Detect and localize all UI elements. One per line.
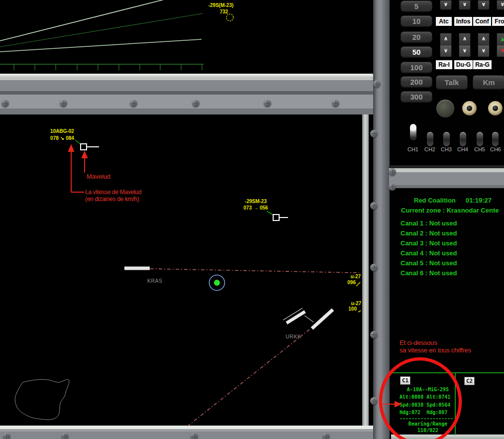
terrain-outline [15, 379, 69, 420]
screw [370, 331, 378, 338]
channel-switch-ch1[interactable] [410, 124, 416, 140]
bezel [0, 426, 373, 439]
current-zone-label: Current zone : Krasnodar Cente [401, 207, 504, 214]
divider-line [455, 372, 456, 435]
screw [322, 433, 330, 439]
track-symbol-circle[interactable] [226, 14, 233, 21]
altitude-readout: Alt:0808 Alt:0741 [400, 394, 450, 400]
channel-switch-ch3[interactable] [443, 132, 450, 146]
label-leader [267, 211, 273, 215]
spinner-down-button[interactable]: ∨ [440, 45, 451, 57]
canal-status: Canal 4 : Not used [401, 249, 457, 257]
range-scale-ticks [14, 64, 202, 70]
mode-label-dug[interactable]: Du-G [454, 60, 473, 70]
screw [192, 100, 200, 107]
screw [61, 433, 69, 439]
volume-knob[interactable] [436, 100, 454, 117]
track-symbol[interactable] [81, 144, 87, 150]
track-altitude: 100 [342, 306, 357, 312]
arrow-se-icon: ↘ [60, 135, 64, 141]
coalition-label: Red Coalition [414, 197, 456, 204]
mode-label-rag[interactable]: Ra-G [473, 60, 492, 70]
channel-label: CH6 [488, 146, 504, 152]
triangle-up-icon: ▲ [501, 36, 504, 41]
range-button-200[interactable]: 200 [401, 76, 432, 88]
track-tick [358, 311, 361, 312]
glide-line-dark [0, 13, 203, 47]
spinner-down-button[interactable]: ∨ [478, 45, 489, 57]
spinner-tune: ▲ ▼ [497, 33, 504, 57]
track-speed-readout: 078↘084 [46, 135, 79, 141]
mode-label-rai[interactable]: Ra-I [435, 60, 453, 70]
dropdown-button-atc[interactable]: ∨ [440, 0, 452, 10]
atc-button[interactable]: Atc [435, 16, 452, 26]
taxiway [304, 316, 313, 322]
chevron-up-icon: ∧ [444, 35, 448, 42]
chevron-down-icon: ∨ [482, 47, 486, 54]
canal-status: Canal 6 : Not used [401, 269, 457, 277]
talk-button[interactable]: Talk [436, 75, 468, 90]
track-label: 10ABG-02 [47, 128, 77, 134]
speed-readout: Spd:0838 Spd:0564 [400, 402, 450, 408]
channel-switch-ch4[interactable] [460, 132, 466, 146]
tutorial-speed-note-1: La vitesse de Mavelud [85, 189, 141, 196]
screw [1, 100, 9, 107]
chevron-down-icon: ∨ [463, 47, 467, 54]
chevron-down-icon: ∨ [482, 1, 486, 7]
tutorial-label-mavelud: Mavelud [87, 173, 110, 180]
infos-button[interactable]: Infos [454, 16, 473, 26]
conf-button[interactable]: Conf [473, 16, 492, 26]
chevron-down-icon: ∨ [463, 1, 467, 7]
chevron-up-icon: ∧ [482, 35, 486, 42]
screw [3, 433, 10, 439]
dropdown-button-infos[interactable]: ∨ [459, 0, 471, 10]
channel-switch-ch5[interactable] [477, 132, 483, 146]
arrow-e-icon: → [253, 205, 258, 211]
spinner-up-button[interactable]: ∧ [459, 33, 470, 45]
screw [264, 100, 271, 107]
bezel [391, 435, 504, 439]
canal-status: Canal 5 : Not used [401, 259, 457, 267]
heading-readout: Hdg:072 Hdg:087 [400, 410, 447, 416]
range-button-10[interactable]: 10 [401, 15, 432, 27]
tutorial-note-1: Et ci-dessous [400, 339, 437, 346]
spinner-down-button[interactable]: ∨ [459, 45, 470, 57]
screw [370, 264, 378, 271]
bezel [373, 0, 390, 439]
range-button-5[interactable]: 5 [401, 0, 432, 12]
dropdown-button-conf[interactable]: ∨ [478, 0, 490, 10]
glide-line-light [0, 39, 202, 52]
track-symbol[interactable] [273, 215, 279, 220]
bearing-range-label: Bearing/Range [401, 421, 455, 427]
airfield-label-urkk: URKK [286, 333, 301, 339]
own-position-dot[interactable] [214, 280, 220, 286]
divider-line [389, 372, 504, 373]
km-button[interactable]: Km [473, 75, 504, 90]
spinner-up-button[interactable]: ∧ [440, 33, 451, 45]
channel-tab-c1[interactable]: C1 [400, 376, 410, 385]
channel-switch-ch2[interactable] [427, 132, 433, 146]
bezel [389, 165, 504, 188]
screw [389, 168, 396, 176]
screw [332, 100, 339, 107]
track-label: -29SM-23 [240, 199, 271, 205]
range-button-50[interactable]: 50 [401, 46, 432, 58]
channel-label: CH2 [422, 146, 438, 152]
range-button-300[interactable]: 300 [401, 91, 432, 103]
tune-up-button[interactable]: ▲ [497, 33, 504, 45]
screw [370, 130, 378, 137]
approach-line-kras [150, 269, 359, 273]
spinner-up-button[interactable]: ∧ [478, 33, 489, 45]
canal-status: Canal 3 : Not used [401, 239, 457, 247]
glide-line-bright [0, 0, 166, 41]
tune-down-button[interactable]: ▼ [497, 45, 504, 57]
channel-switch-ch6[interactable] [492, 132, 499, 146]
channel-tab-c2[interactable]: C2 [464, 377, 475, 385]
dropdown-button-freq[interactable]: ∨ [497, 0, 504, 10]
range-button-20[interactable]: 20 [401, 31, 432, 43]
channel-label: CH1 [405, 146, 421, 152]
range-button-100[interactable]: 100 [401, 62, 432, 73]
track-tick [356, 282, 360, 286]
freq-button[interactable]: Fro [492, 16, 504, 26]
tutorial-note-2: sa vitesse en tous chiffres [400, 346, 471, 354]
